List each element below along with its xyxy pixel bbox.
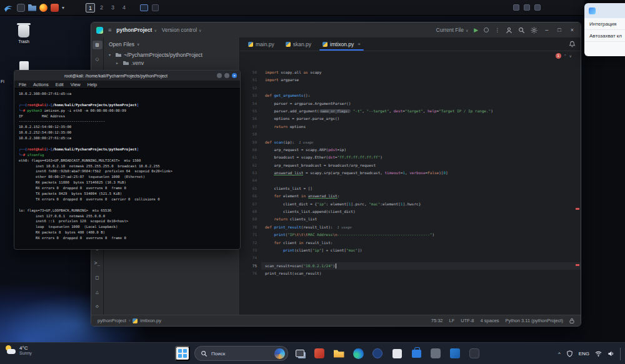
indicator-a-icon[interactable] [513,4,519,11]
services-tool-icon[interactable]: □ [92,273,102,282]
notifications-bell-icon[interactable] [569,41,576,47]
version-control-menu[interactable]: Version control ∨ [162,27,202,33]
weather-widget[interactable]: 4°C Sunny [5,345,32,355]
code-line[interactable]: clients_list = [] [261,185,581,192]
tab-imtixon.py[interactable]: imtixon.py× [317,37,366,51]
taskbar-app-app-light[interactable] [389,346,404,361]
code-line[interactable] [261,84,581,92]
code-line[interactable]: import scapy.all as scapy [261,69,581,76]
code-line[interactable]: scan_result=scan("10.0.2.1/24") [261,262,581,270]
close-tab-icon[interactable]: × [358,41,361,47]
main-menu-icon[interactable]: ≡ [108,27,111,33]
status-python-interpreter[interactable]: Python 3.11 (pythonProject) [506,318,563,323]
code-line[interactable]: answerad_list = scapy.srp(arp_request_br… [261,169,581,177]
wifi-icon[interactable] [595,350,602,357]
terminal-app-icon[interactable] [17,4,25,12]
desktop-icon-trash[interactable]: Trash [10,25,38,44]
inspections-widget[interactable]: 1 ^ ∨ [240,51,581,60]
hidden-icons-chevron[interactable]: ^ [558,351,561,357]
workspace-3[interactable]: 3 [108,3,118,12]
terminal-menu-view[interactable]: View [71,82,81,87]
terminal-menu-file[interactable]: File [19,82,26,87]
show-desktop-button[interactable] [620,348,621,360]
terminal-titlebar[interactable]: root@kali: /home/kali/PycharmProjects/py… [14,71,240,81]
settings-gear-icon[interactable] [531,27,538,34]
lock-icon[interactable] [569,318,574,323]
workspace-2[interactable]: 2 [97,3,106,12]
close-button[interactable]: × [569,27,576,33]
code-line[interactable]: arp_request = scapy.ARP(pdst=ip) [261,146,581,154]
status-indent-style[interactable]: 4 spaces [481,318,499,323]
taskbar-app-file-explorer[interactable] [331,346,346,361]
code-line[interactable]: import argparse [261,76,581,84]
apps-caret-icon[interactable]: ▾ [62,4,64,12]
code-line[interactable]: for element in answerad_list: [261,192,581,200]
code-line[interactable]: options = parser.parse_args() [261,115,581,122]
taskbar-app-edge[interactable] [351,346,366,361]
tree-item--PycharmProjects-pythonProject[interactable]: ▾~/PycharmProjects/pythonProject [104,51,239,59]
code-line[interactable]: return clients_list [261,215,581,223]
keyboard-language[interactable]: ENG [579,351,589,357]
expanded-icon[interactable]: ▾ [109,52,113,57]
code-line[interactable]: print("IP\t\t\tMAC Address\n------------… [261,231,581,239]
code-line[interactable]: clients_list.append(client_dict) [261,208,581,215]
notifications-tool-icon[interactable]: ◇ [92,302,102,311]
terminal-maximize-button[interactable] [224,73,229,78]
code-line[interactable]: def scan(ip): 1 usage [261,139,581,146]
workspace-1[interactable]: 1 [86,3,95,12]
chevron-down-icon[interactable]: ∨ [569,54,572,58]
taskbar-app-app-gray[interactable] [428,346,443,361]
run-button[interactable]: ▶ [474,27,478,33]
user-profile-icon[interactable] [506,27,512,34]
taskbar-app-store[interactable] [409,346,424,361]
breadcrumb-module[interactable]: pythonProject [98,318,126,323]
project-view-icon[interactable]: ▤ [92,41,102,49]
more-actions-icon[interactable]: ⋮ [494,27,500,33]
code-line[interactable]: for client in result_list: [261,239,581,247]
code-line[interactable]: client_dict = {"ip": element[1].psrc, "m… [261,200,581,208]
terminal-close-button[interactable]: × [232,73,237,78]
tool-window-header[interactable]: Open Files ∨ [104,37,239,51]
settings-item[interactable]: Интеграция [584,18,625,30]
settings-window-titlebar[interactable] [584,3,625,18]
error-stripe-mark[interactable] [576,264,579,266]
terminal-menu-help[interactable]: Help [88,82,97,87]
indicator-c-icon[interactable] [534,4,541,11]
tab-main.py[interactable]: main.py [242,37,280,51]
workspace-4[interactable]: 4 [119,3,129,12]
code-line[interactable]: return options [261,123,581,130]
search-highlight-icon[interactable] [274,348,285,359]
terminal-menu-edit[interactable]: Edit [56,82,64,87]
firefox-icon[interactable] [39,4,48,12]
code-line[interactable] [261,130,581,138]
taskbar-search[interactable]: Поиск [194,346,288,361]
shield-icon[interactable] [566,350,573,357]
code-line[interactable]: parser.add_argument(name_or_flags: "-t",… [261,107,581,115]
window-list-icon[interactable] [152,4,159,11]
collapsed-icon[interactable]: ▸ [116,61,121,65]
code-line[interactable]: def print_result(result_list): 1 usage [261,224,581,231]
search-everywhere-icon[interactable] [518,27,525,34]
chevron-up-icon[interactable]: ^ [564,54,566,57]
kali-menu-icon[interactable] [4,3,13,12]
taskbar-app-app-dark[interactable] [467,346,482,361]
code-line[interactable]: print_result(scan_result) [261,270,581,277]
volume-icon[interactable] [608,350,614,357]
debug-button-icon[interactable] [484,27,489,32]
settings-item[interactable]: Автозахват кл [584,30,625,42]
code-line[interactable]: def get_arguments(): [261,92,581,99]
problems-tool-icon[interactable]: △ [92,288,102,297]
code-line[interactable] [261,177,581,184]
code-line[interactable]: broadcast = scapy.Ether(dst="ff:ff:ff:ff… [261,154,581,161]
terminal-tool-icon[interactable]: >_ [92,259,102,268]
terminal-menu-actions[interactable]: Actions [33,82,49,87]
indicator-b-icon[interactable] [524,4,530,11]
maximize-button[interactable]: □ [556,27,562,33]
code-line[interactable]: print(client["ip"] + client["mac"]) [261,247,581,254]
taskbar-app-app-red[interactable] [312,346,327,361]
display-settings-icon[interactable] [140,4,148,11]
status-file-encoding[interactable]: UTF-8 [461,318,474,323]
minimize-button[interactable]: – [543,27,550,33]
start-button[interactable] [175,346,190,361]
project-selector[interactable]: pythonProject ∨ [116,27,157,33]
